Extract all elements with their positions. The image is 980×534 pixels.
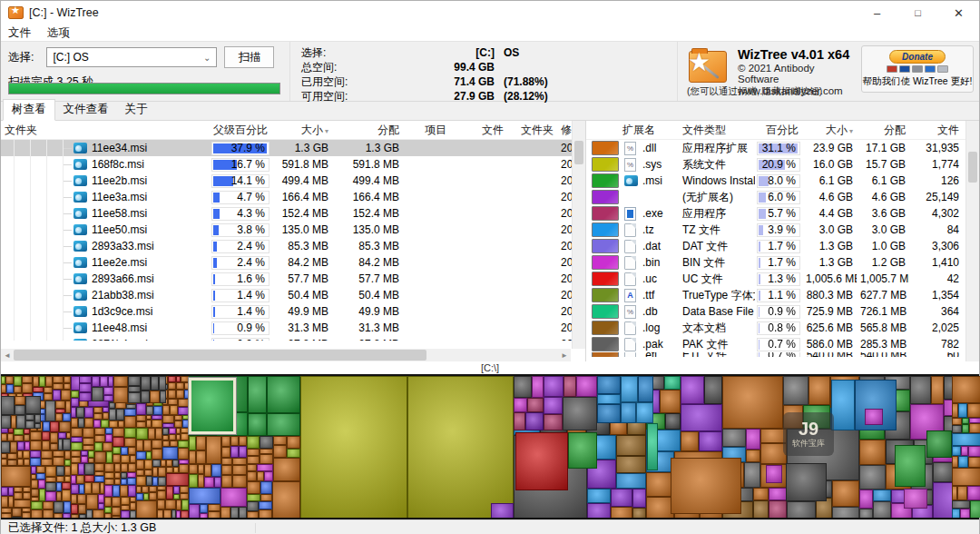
treemap-root-label: [C:\] <box>1 361 979 374</box>
tree-view-panel: 文件夹 父级百分比 大小▾ 分配 项目 文件 文件夹 修改时间 11ee34.m… <box>1 121 586 361</box>
donate-button[interactable]: Donate <box>889 50 946 64</box>
list-item[interactable]: .tzTZ 文件3.9 %3.0 GB3.0 GB84 <box>586 222 979 238</box>
table-row[interactable]: 1d3c9ce.msi1.4 %49.9 MB49.9 MB2021 <box>1 303 585 320</box>
table-row[interactable]: 11ee48.msi0.9 %31.3 MB31.3 MB2021 <box>1 320 585 336</box>
list-item[interactable]: .exe应用程序5.7 %4.4 GB3.6 GB4,302 <box>586 205 979 222</box>
col-extension[interactable]: 扩展名 <box>619 123 679 138</box>
filetype-name: 系统文件 <box>679 157 755 173</box>
drive-select[interactable]: [C:] OS ⌄ <box>46 47 217 67</box>
menu-file[interactable]: 文件 <box>8 25 31 41</box>
table-row[interactable]: 2893a66.msi1.6 %57.7 MB57.7 MB2021 <box>1 271 585 287</box>
col-folder[interactable]: 文件夹 <box>1 123 210 138</box>
alloc-value: 17.1 GB <box>857 142 909 154</box>
alloc-value: 166.4 MB <box>332 191 403 203</box>
list-item[interactable]: .ucUC 文件1.3 %1,005.6 MB1,005.7 MB42 <box>586 271 979 287</box>
msi-file-icon <box>74 208 87 219</box>
filetype-name: DAT 文件 <box>679 239 755 254</box>
tab-文件查看[interactable]: 文件查看 <box>55 100 117 120</box>
percent-file-icon: % <box>624 158 636 172</box>
minimize-button[interactable]: – <box>857 1 897 25</box>
alloc-value: 6.1 GB <box>857 174 909 187</box>
payment-cards-icon <box>887 65 948 73</box>
size-value: 6.1 GB <box>802 174 857 187</box>
font-file-icon: A <box>624 289 636 302</box>
col-ext-files[interactable]: 文件 <box>909 123 963 138</box>
msi-file-icon <box>74 224 87 235</box>
table-row[interactable]: 2871b4.msi0.9 %27.8 MB27.8 MB2021 <box>1 336 585 341</box>
tab-树查看[interactable]: 树查看 <box>3 99 55 121</box>
filetype-name: 应用程序扩展 <box>679 141 755 156</box>
treemap[interactable]: J9 软件宝库 <box>1 374 979 519</box>
col-size[interactable]: 大小▾ <box>271 123 332 138</box>
table-row[interactable]: 168f8c.msi16.7 %591.8 MB591.8 MB2021 <box>1 156 585 173</box>
col-ext-size[interactable]: 大小▾ <box>802 123 857 138</box>
alloc-value: 84.2 MB <box>332 256 403 269</box>
size-value: 586.0 MB <box>802 338 857 351</box>
list-item[interactable]: (无扩展名)6.0 %4.6 GB4.6 GB25,149 <box>586 189 979 205</box>
msi-file-icon <box>74 257 87 268</box>
table-row[interactable]: 11ee2b.msi14.1 %499.4 MB499.4 MB2021 <box>1 173 585 189</box>
donate-box: Donate 帮助我们使 WizTree 更好! <box>861 45 974 93</box>
col-folders[interactable]: 文件夹 <box>507 123 557 138</box>
size-value: 84.2 MB <box>271 256 332 269</box>
table-row[interactable]: 11ee50.msi3.8 %135.0 MB135.0 MB2021 <box>1 222 585 238</box>
files-count: 364 <box>909 305 963 318</box>
list-item[interactable]: .binBIN 文件1.7 %1.3 GB1.2 GB1,410 <box>586 254 979 271</box>
extension-name: .uc <box>639 272 679 285</box>
list-item[interactable]: .pakPAK 文件0.7 %586.0 MB285.3 MB782 <box>586 336 979 352</box>
extension-name: .db <box>639 305 679 318</box>
size-value: 4.6 GB <box>802 191 857 203</box>
alloc-value: 1.2 GB <box>857 256 909 269</box>
col-items[interactable]: 项目 <box>403 123 450 138</box>
size-value: 135.0 MB <box>271 223 332 236</box>
files-count: 1,354 <box>909 289 963 302</box>
col-filetype[interactable]: 文件类型 <box>679 123 755 138</box>
maximize-button[interactable]: □ <box>897 1 938 25</box>
total-space-label: 总空间: <box>301 60 387 75</box>
list-item[interactable]: %.dll应用程序扩展31.1 %23.9 GB17.1 GB31,935 <box>586 140 979 156</box>
tree-table-body: 11ee34.msi37.9 %1.3 GB1.3 GB2021168f8c.m… <box>1 140 585 341</box>
size-value: 27.8 MB <box>271 338 332 341</box>
size-value: 625.6 MB <box>802 321 857 334</box>
title-bar: [C:] - WizTree – □ ✕ <box>1 1 979 25</box>
extension-name: .sys <box>639 158 679 171</box>
table-row[interactable]: 11ee3a.msi4.7 %166.4 MB166.4 MB2021 <box>1 189 585 205</box>
table-row[interactable]: 11ee58.msi4.3 %152.4 MB152.4 MB2021 <box>1 205 585 222</box>
scroll-right-icon: ► <box>558 351 571 360</box>
col-parent-percent[interactable]: 父级百分比 <box>210 123 271 138</box>
close-button[interactable]: ✕ <box>938 1 979 25</box>
col-percent[interactable]: 百分比 <box>755 123 802 138</box>
tree-vertical-scrollbar[interactable] <box>572 121 585 349</box>
list-item[interactable]: .log文本文档0.8 %625.6 MB565.8 MB2,025 <box>586 320 979 336</box>
list-item[interactable]: .datDAT 文件1.7 %1.3 GB1.0 GB3,306 <box>586 238 979 254</box>
list-item[interactable]: %.dbData Base File0.9 %725.9 MB726.1 MB3… <box>586 303 979 320</box>
msi-file-icon <box>74 322 87 333</box>
filetype-name: Data Base File <box>679 305 755 318</box>
list-item[interactable]: .msiWindows Installer8.0 %6.1 GB6.1 GB12… <box>586 173 979 189</box>
table-row[interactable]: 21abb38.msi1.4 %50.4 MB50.4 MB2021 <box>1 287 585 303</box>
table-row[interactable]: 11ee34.msi37.9 %1.3 GB1.3 GB2021 <box>1 140 585 156</box>
files-count: 4,302 <box>909 207 963 220</box>
file-name: 11ee48.msi <box>92 321 147 334</box>
col-ext-alloc[interactable]: 分配 <box>857 123 909 138</box>
alloc-value: 15.7 GB <box>857 158 909 171</box>
msi-file-icon <box>74 175 87 186</box>
tab-关于[interactable]: 关于 <box>117 100 156 120</box>
extension-name: .pak <box>639 338 679 351</box>
tree-table-header: 文件夹 父级百分比 大小▾ 分配 项目 文件 文件夹 修改时间 <box>1 121 585 140</box>
menu-options[interactable]: 选项 <box>47 25 70 41</box>
col-files[interactable]: 文件 <box>450 123 507 138</box>
size-value: 16.0 GB <box>802 158 857 171</box>
ext-vertical-scrollbar[interactable] <box>965 121 979 361</box>
summary-select-extra: OS <box>504 46 519 59</box>
list-item[interactable]: %.sys系统文件20.9 %16.0 GB15.7 GB1,774 <box>586 156 979 173</box>
tree-horizontal-scrollbar[interactable]: ◄ ► <box>1 349 571 361</box>
size-value: 499.4 MB <box>271 174 332 187</box>
list-item[interactable]: A.ttfTrueType 字体文件1.1 %880.3 MB627.7 MB1… <box>586 287 979 303</box>
scan-button[interactable]: 扫描 <box>224 46 274 68</box>
table-row[interactable]: 11ee2e.msi2.4 %84.2 MB84.2 MB2021 <box>1 254 585 271</box>
table-row[interactable]: 2893a33.msi2.4 %85.3 MB85.3 MB2021 <box>1 238 585 254</box>
col-alloc[interactable]: 分配 <box>332 123 403 138</box>
list-item[interactable]: .etlETL 文件0.7 %540.0 MB540.0 MB60 <box>586 352 979 357</box>
treemap-color-swatch <box>592 321 619 335</box>
